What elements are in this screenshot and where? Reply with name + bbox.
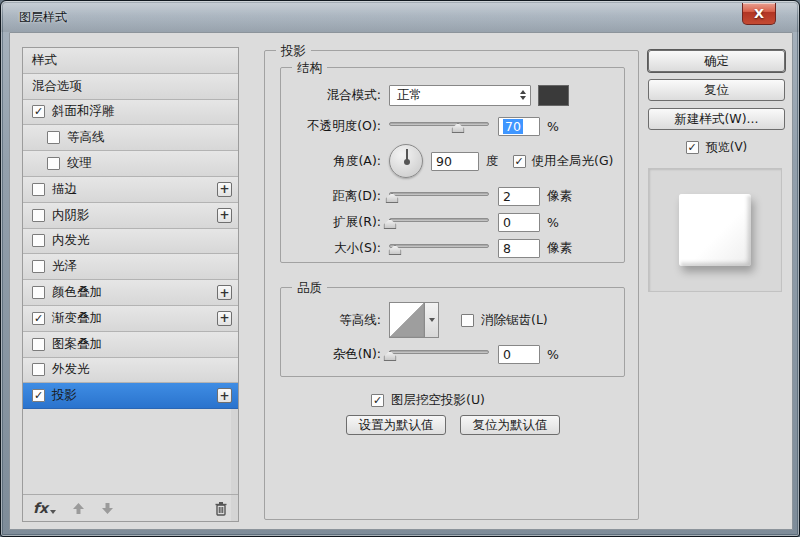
arrow-up-icon	[72, 502, 85, 515]
gradient-overlay-checkbox[interactable]: ✓	[32, 312, 45, 325]
spread-input[interactable]: 0	[498, 213, 540, 232]
size-input[interactable]: 8	[498, 239, 540, 258]
sidebar-item-drop-shadow[interactable]: ✓ 投影 +	[23, 383, 238, 409]
preview-checkbox[interactable]: ✓	[686, 141, 699, 154]
sidebar-footer-toolbar: fx	[23, 494, 238, 521]
distance-row: 距离(D): 2 像素	[281, 183, 624, 209]
close-icon: X	[754, 7, 764, 20]
sidebar-item-pattern-overlay[interactable]: 图案叠加	[23, 332, 238, 358]
sidebar-item-inner-shadow[interactable]: 内阴影 +	[23, 203, 238, 229]
style-preview-thumbnail	[648, 168, 782, 292]
set-default-button[interactable]: 设置为默认值	[346, 415, 446, 435]
action-column: 确定 复位 新建样式(W)... ✓ 预览(V)	[648, 50, 785, 292]
sidebar-item-gradient-overlay[interactable]: ✓ 渐变叠加 +	[23, 306, 238, 332]
pattern-overlay-checkbox[interactable]	[32, 338, 45, 351]
drop-shadow-checkbox[interactable]: ✓	[32, 389, 45, 402]
sidebar-item-contour[interactable]: 等高线	[23, 125, 238, 151]
sidebar-item-stroke[interactable]: 描边 +	[23, 177, 238, 203]
quality-group: 品质 等高线: 消除锯齿(L)	[280, 287, 625, 377]
linear-contour-icon	[390, 303, 424, 337]
angle-input[interactable]: 90	[431, 152, 479, 171]
defaults-button-row: 设置为默认值 复位为默认值	[346, 415, 560, 435]
noise-row: 杂色(N): 0 %	[281, 341, 624, 367]
blend-mode-row: 混合模式: 正常	[281, 82, 624, 108]
titlebar[interactable]: 图层样式 X	[1, 1, 799, 32]
contour-dropdown-arrow[interactable]	[425, 302, 439, 338]
texture-checkbox[interactable]	[47, 157, 60, 170]
sidebar-item-outer-glow[interactable]: 外发光	[23, 358, 238, 384]
spread-slider[interactable]	[389, 214, 489, 230]
opacity-slider[interactable]	[389, 118, 489, 134]
sidebar-item-color-overlay[interactable]: 颜色叠加 +	[23, 280, 238, 306]
contour-row: 等高线: 消除锯齿(L)	[281, 301, 624, 339]
sidebar-item-texture[interactable]: 纹理	[23, 151, 238, 177]
noise-slider[interactable]	[389, 346, 489, 362]
move-effect-up-button[interactable]	[72, 502, 85, 515]
layer-style-dialog: 图层样式 X 样式 混合选项 ✓ 斜面和浮雕 等高线 纹理	[0, 0, 800, 537]
fx-menu-button[interactable]: fx	[33, 501, 56, 515]
size-row: 大小(S): 8 像素	[281, 235, 624, 261]
trash-icon	[214, 501, 228, 516]
distance-input[interactable]: 2	[498, 187, 540, 206]
inner-glow-checkbox[interactable]	[32, 234, 45, 247]
size-slider[interactable]	[389, 240, 489, 256]
spread-row: 扩展(R): 0 %	[281, 209, 624, 235]
arrow-down-icon	[101, 502, 114, 515]
sidebar-empty-area	[23, 409, 238, 494]
chevron-down-icon	[429, 318, 435, 322]
fx-caret-icon	[50, 510, 56, 514]
sidebar-item-inner-glow[interactable]: 内发光	[23, 229, 238, 255]
angle-dial[interactable]	[389, 144, 423, 178]
color-overlay-checkbox[interactable]	[32, 286, 45, 299]
add-color-overlay-button[interactable]: +	[217, 285, 232, 300]
reset-button[interactable]: 复位	[648, 79, 785, 101]
satin-checkbox[interactable]	[32, 260, 45, 273]
sidebar-item-bevel-emboss[interactable]: ✓ 斜面和浮雕	[23, 100, 238, 126]
opacity-row: 不透明度(O): 70 %	[281, 113, 624, 139]
dialog-body: 样式 混合选项 ✓ 斜面和浮雕 等高线 纹理 描边 +	[9, 32, 793, 530]
preview-chip	[679, 194, 751, 266]
drop-shadow-panel: 投影 结构 混合模式: 正常 不透明度(O):	[264, 50, 639, 520]
add-inner-shadow-button[interactable]: +	[217, 208, 232, 223]
opacity-input[interactable]: 70	[498, 117, 540, 136]
window-title: 图层样式	[19, 9, 67, 26]
contour-picker[interactable]	[389, 302, 425, 338]
move-effect-down-button[interactable]	[101, 502, 114, 515]
distance-slider[interactable]	[389, 188, 489, 204]
sidebar-item-styles[interactable]: 样式	[23, 48, 238, 74]
contour-checkbox[interactable]	[47, 131, 60, 144]
new-style-button[interactable]: 新建样式(W)...	[648, 108, 785, 130]
stroke-checkbox[interactable]	[32, 183, 45, 196]
structure-group: 结构 混合模式: 正常 不透明度(O):	[280, 67, 625, 263]
noise-input[interactable]: 0	[498, 345, 540, 364]
close-button[interactable]: X	[742, 3, 776, 25]
delete-effect-button[interactable]	[214, 501, 228, 516]
add-gradient-overlay-button[interactable]: +	[217, 311, 232, 326]
add-stroke-button[interactable]: +	[217, 182, 232, 197]
layer-knocks-out-checkbox[interactable]: ✓	[371, 394, 384, 407]
panel-title: 投影	[276, 43, 311, 60]
angle-row: 角度(A): 90 度 ✓ 使用全局光(G)	[281, 141, 624, 181]
preview-toggle-row: ✓ 预览(V)	[648, 139, 785, 155]
knockout-row: ✓ 图层挖空投影(U)	[365, 387, 485, 413]
add-drop-shadow-button[interactable]: +	[217, 388, 232, 403]
use-global-light-checkbox[interactable]: ✓	[513, 155, 526, 168]
styles-list-panel: 样式 混合选项 ✓ 斜面和浮雕 等高线 纹理 描边 +	[22, 47, 239, 522]
stepper-icon	[520, 90, 527, 100]
sidebar-item-satin[interactable]: 光泽	[23, 254, 238, 280]
inner-shadow-checkbox[interactable]	[32, 209, 45, 222]
outer-glow-checkbox[interactable]	[32, 363, 45, 376]
reset-default-button[interactable]: 复位为默认值	[460, 415, 560, 435]
sidebar-item-blending-options[interactable]: 混合选项	[23, 74, 238, 100]
shadow-color-swatch[interactable]	[538, 85, 569, 106]
blend-mode-select[interactable]: 正常	[389, 85, 531, 106]
antialias-checkbox[interactable]	[461, 314, 474, 327]
bevel-emboss-checkbox[interactable]: ✓	[32, 105, 45, 118]
ok-button[interactable]: 确定	[648, 50, 785, 72]
